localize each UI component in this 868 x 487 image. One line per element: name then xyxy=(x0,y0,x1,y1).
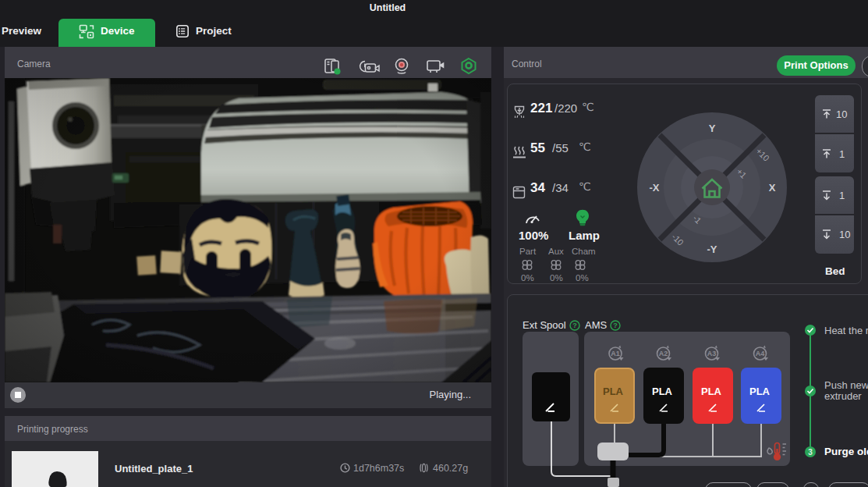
svg-text:X: X xyxy=(769,182,776,194)
svg-text:A1: A1 xyxy=(611,350,620,357)
svg-text:A4: A4 xyxy=(756,350,765,357)
svg-text:3: 3 xyxy=(808,448,813,457)
svg-text:?: ? xyxy=(572,322,577,329)
svg-text:?: ? xyxy=(613,322,618,329)
svg-text:A3: A3 xyxy=(707,350,717,357)
svg-text:Y: Y xyxy=(709,123,716,134)
svg-text:A2: A2 xyxy=(659,350,668,357)
svg-text:-Y: -Y xyxy=(707,244,717,255)
svg-text:-X: -X xyxy=(650,182,660,194)
